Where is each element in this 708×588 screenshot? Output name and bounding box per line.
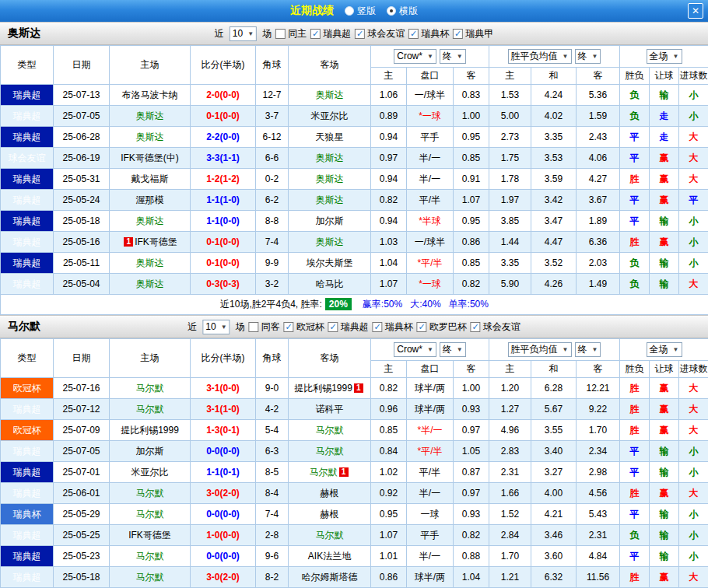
away-team-name[interactable]: 埃尔夫斯堡 — [307, 257, 353, 268]
checkbox-icon[interactable]: ✓ — [453, 29, 463, 39]
filter-checkbox-4[interactable]: ✓欧罗巴杯 — [417, 320, 467, 334]
home-team[interactable]: 奥斯达 — [110, 106, 191, 127]
home-team[interactable]: 奥斯达 — [110, 274, 191, 295]
checkbox-icon[interactable]: ✓ — [373, 322, 383, 332]
home-team[interactable]: 奥斯达 — [110, 211, 191, 232]
scope-select[interactable]: 全场▼ — [647, 49, 682, 64]
filter-checkbox-1[interactable]: ✓欧冠杯 — [284, 320, 324, 334]
away-team-name[interactable]: 哈马比 — [316, 278, 344, 289]
away-team[interactable]: AIK法兰地 — [289, 546, 371, 567]
away-team[interactable]: 赫根 — [289, 504, 371, 525]
home-team[interactable]: 加尔斯 — [110, 441, 191, 462]
avg-select[interactable]: 胜平负均值▼ — [508, 49, 572, 64]
checkbox-icon[interactable]: ✓ — [471, 322, 481, 332]
away-team-name[interactable]: 奥斯达 — [316, 173, 344, 184]
home-team-name[interactable]: IFK哥德堡(中) — [121, 152, 179, 163]
away-team-name[interactable]: 米亚尔比 — [311, 110, 349, 121]
away-team[interactable]: 赫根 — [289, 483, 371, 504]
filter-checkbox-0[interactable]: 同客 — [249, 320, 280, 334]
home-team-name[interactable]: 马尔默 — [136, 551, 164, 562]
final-select[interactable]: 终▼ — [440, 49, 466, 64]
filter-checkbox-2[interactable]: ✓瑞典超 — [328, 320, 369, 334]
home-team-name[interactable]: 马尔默 — [136, 404, 164, 415]
checkbox-icon[interactable]: ✓ — [310, 29, 321, 39]
home-team[interactable]: 渥那模 — [110, 190, 191, 211]
filter-checkbox-4[interactable]: ✓瑞典甲 — [453, 27, 493, 40]
away-team-name[interactable]: 哈尔姆斯塔德 — [302, 572, 358, 583]
home-team[interactable]: 1IFK哥德堡 — [110, 232, 191, 253]
away-team[interactable]: 奥斯达 — [289, 169, 371, 190]
home-team[interactable]: IFK哥德堡 — [110, 525, 191, 546]
home-team-name[interactable]: 马尔默 — [136, 509, 164, 520]
scope-select[interactable]: 全场▼ — [647, 342, 682, 357]
home-team[interactable]: 奥斯达 — [110, 127, 191, 148]
away-team-name[interactable]: 奥斯达 — [316, 152, 344, 163]
checkbox-icon[interactable]: ✓ — [355, 29, 365, 39]
away-team[interactable]: 马尔默1 — [289, 462, 371, 483]
home-team-name[interactable]: IFK哥德堡 — [135, 236, 177, 247]
odds-source-select[interactable]: Crow*▼ — [394, 49, 436, 64]
home-team-name[interactable]: 马尔默 — [136, 572, 164, 583]
home-team-name[interactable]: 渥那模 — [136, 194, 164, 205]
home-team-name[interactable]: 奥斯达 — [136, 110, 164, 121]
away-team[interactable]: 奥斯达 — [289, 148, 371, 169]
away-team-name[interactable]: 天狼星 — [316, 131, 344, 142]
home-team[interactable]: 布洛马波卡纳 — [110, 85, 191, 106]
close-button[interactable]: ✕ — [688, 3, 703, 19]
away-team-name[interactable]: 马尔默 — [316, 530, 344, 541]
away-team[interactable]: 马尔默 — [289, 420, 371, 441]
away-team-name[interactable]: 加尔斯 — [316, 215, 344, 226]
away-team-name[interactable]: 马尔默 — [316, 446, 344, 457]
radio-icon[interactable] — [345, 6, 354, 16]
away-team[interactable]: 哈马比 — [289, 274, 371, 295]
away-team[interactable]: 天狼星 — [289, 127, 371, 148]
radio-icon[interactable] — [387, 6, 396, 16]
home-team[interactable]: 提比利锡1999 — [110, 420, 191, 441]
home-team-name[interactable]: 加尔斯 — [136, 446, 164, 457]
away-team-name[interactable]: 奥斯达 — [316, 194, 344, 205]
filter-checkbox-3[interactable]: ✓瑞典杯 — [408, 27, 449, 40]
home-team-name[interactable]: 提比利锡1999 — [121, 425, 179, 436]
final-select[interactable]: 终▼ — [440, 342, 466, 357]
checkbox-icon[interactable]: ✓ — [284, 322, 294, 332]
home-team[interactable]: 马尔默 — [110, 567, 191, 588]
checkbox-icon[interactable]: ✓ — [328, 322, 338, 332]
home-team-name[interactable]: 奥斯达 — [136, 257, 164, 268]
home-team[interactable]: 马尔默 — [110, 399, 191, 420]
away-team[interactable]: 奥斯达 — [289, 85, 371, 106]
checkbox-icon[interactable]: ✓ — [417, 322, 427, 332]
layout-radio-vertical[interactable]: 竖版 — [345, 5, 376, 18]
home-team[interactable]: IFK哥德堡(中) — [110, 148, 191, 169]
final-select-2[interactable]: 终▼ — [575, 49, 601, 64]
away-team[interactable]: 马尔默 — [289, 441, 371, 462]
home-team[interactable]: 马尔默 — [110, 483, 191, 504]
home-team-name[interactable]: 布洛马波卡纳 — [122, 89, 178, 100]
final-select-2[interactable]: 终▼ — [575, 342, 601, 357]
odds-source-select[interactable]: Crow*▼ — [394, 342, 436, 357]
away-team-name[interactable]: 诺科平 — [316, 404, 344, 415]
home-team-name[interactable]: 奥斯达 — [136, 278, 164, 289]
home-team-name[interactable]: 米亚尔比 — [131, 467, 169, 478]
away-team[interactable]: 米亚尔比 — [289, 106, 371, 127]
away-team[interactable]: 诺科平 — [289, 399, 371, 420]
away-team-name[interactable]: AIK法兰地 — [308, 551, 351, 562]
match-count-select[interactable]: 10▼ — [230, 26, 257, 41]
away-team[interactable]: 提比利锡19991 — [289, 378, 371, 399]
away-team-name[interactable]: 奥斯达 — [316, 89, 344, 100]
away-team-name[interactable]: 赫根 — [321, 488, 339, 499]
filter-checkbox-5[interactable]: ✓球会友谊 — [471, 320, 520, 334]
away-team[interactable]: 埃尔夫斯堡 — [289, 253, 371, 274]
layout-radio-horizontal[interactable]: 横版 — [387, 5, 418, 18]
away-team[interactable]: 哈尔姆斯塔德 — [289, 567, 371, 588]
home-team[interactable]: 马尔默 — [110, 504, 191, 525]
away-team[interactable]: 奥斯达 — [289, 190, 371, 211]
match-count-select[interactable]: 10▼ — [202, 320, 230, 334]
away-team[interactable]: 加尔斯 — [289, 211, 371, 232]
home-team[interactable]: 戴戈福斯 — [110, 169, 191, 190]
home-team-name[interactable]: IFK哥德堡 — [128, 530, 171, 541]
home-team[interactable]: 米亚尔比 — [110, 462, 191, 483]
away-team[interactable]: 马尔默 — [289, 525, 371, 546]
home-team-name[interactable]: 马尔默 — [136, 383, 164, 394]
filter-checkbox-1[interactable]: ✓瑞典超 — [310, 27, 351, 40]
avg-select[interactable]: 胜平负均值▼ — [508, 342, 572, 357]
